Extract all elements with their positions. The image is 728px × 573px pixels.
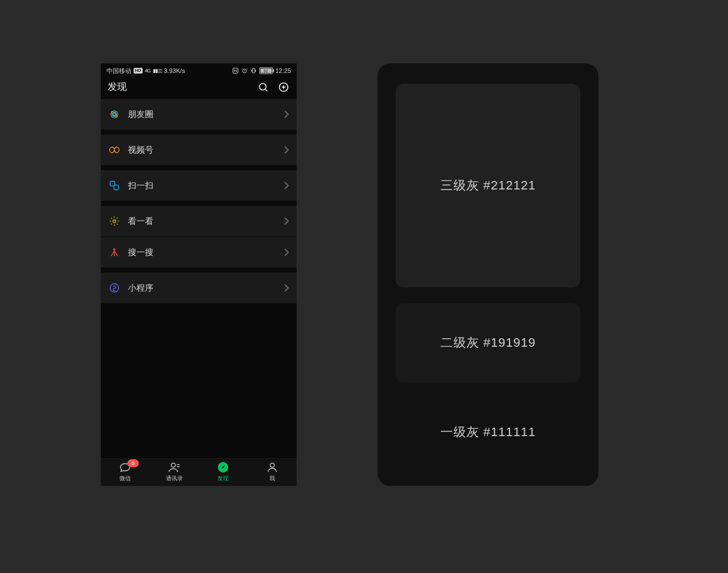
page-title: 发现 <box>108 80 127 93</box>
row-label: 视频号 <box>128 145 284 156</box>
swatch-label: 二级灰 #191919 <box>440 334 536 351</box>
svg-point-3 <box>259 83 266 90</box>
search-icon[interactable] <box>257 81 269 93</box>
svg-line-21 <box>111 223 112 225</box>
svg-line-4 <box>265 89 268 91</box>
row-miniprogram[interactable]: 小程序 <box>101 273 297 304</box>
row-channels[interactable]: 视频号 <box>101 135 297 166</box>
network-speed: 3.93K/s <box>164 67 185 74</box>
tab-label: 我 <box>269 475 275 482</box>
chevron-right-icon <box>284 217 289 225</box>
svg-point-23 <box>114 249 115 251</box>
plus-icon[interactable] <box>277 81 290 93</box>
chevron-right-icon <box>284 284 289 292</box>
chevron-right-icon <box>284 248 289 256</box>
swatch-card: 三级灰 #212121 二级灰 #191919 一级灰 #111111 <box>378 63 598 486</box>
row-search[interactable]: 搜一搜 <box>101 237 297 268</box>
swatch-gray-2: 二级灰 #191919 <box>396 303 580 382</box>
row-label: 搜一搜 <box>128 247 284 258</box>
chevron-right-icon <box>284 182 289 189</box>
alarm-icon <box>241 67 248 74</box>
me-icon <box>266 461 279 473</box>
svg-rect-2 <box>252 68 255 73</box>
row-top-stories[interactable]: 看一看 <box>101 206 297 237</box>
nav-bar: 发现 <box>101 77 297 99</box>
tab-label: 发现 <box>217 475 229 482</box>
tab-bar: 5 微信 通讯录 发现 我 <box>101 457 297 486</box>
sousou-icon <box>109 247 120 258</box>
row-moments[interactable]: 朋友圈 <box>101 99 297 130</box>
tab-me[interactable]: 我 <box>248 458 297 486</box>
contacts-icon <box>168 461 181 473</box>
svg-line-19 <box>111 218 112 219</box>
status-bar: 中国移动 HD 4G ▮▮▯▯ 3.93K/s 92 <box>101 63 297 77</box>
channels-icon <box>109 144 120 156</box>
swatch-label: 三级灰 #212121 <box>440 177 536 194</box>
chevron-right-icon <box>284 146 289 154</box>
svg-point-28 <box>171 463 175 467</box>
swatch-label: 一级灰 #111111 <box>440 424 536 441</box>
hd-badge: HD <box>134 68 143 74</box>
svg-line-24 <box>111 251 114 256</box>
svg-point-30 <box>270 463 274 467</box>
row-label: 看一看 <box>128 216 284 227</box>
carrier-label: 中国移动 <box>106 67 131 75</box>
phone-frame: 中国移动 HD 4G ▮▮▯▯ 3.93K/s 92 <box>101 63 297 486</box>
moments-icon <box>109 109 120 120</box>
row-label: 小程序 <box>128 283 284 294</box>
chat-badge: 5 <box>127 459 139 467</box>
row-label: 扫一扫 <box>128 180 284 191</box>
svg-line-25 <box>114 251 118 256</box>
swatch-gray-3: 三级灰 #212121 <box>396 84 580 287</box>
network-label: 4G <box>145 68 151 74</box>
row-label: 朋友圈 <box>128 109 284 120</box>
vibrate-icon <box>250 67 257 74</box>
swatch-gray-1: 一级灰 #111111 <box>396 398 580 466</box>
battery-percent: 92 <box>259 69 272 73</box>
svg-point-14 <box>113 220 116 223</box>
tab-label: 通讯录 <box>166 475 183 482</box>
svg-line-22 <box>117 218 118 219</box>
miniprogram-icon <box>109 282 120 294</box>
discover-list: 朋友圈 视频号 扫一扫 <box>101 99 297 304</box>
scan-icon <box>109 180 120 191</box>
topstories-icon <box>109 216 120 227</box>
tab-chat[interactable]: 5 微信 <box>101 458 150 486</box>
discover-icon <box>217 461 229 473</box>
svg-line-20 <box>117 223 118 225</box>
nfc-icon <box>232 67 239 74</box>
signal-bars-icon: ▮▮▯▯ <box>153 68 162 74</box>
chevron-right-icon <box>284 110 289 118</box>
tab-label: 微信 <box>119 475 131 482</box>
row-scan[interactable]: 扫一扫 <box>101 170 297 201</box>
battery-icon: 92 <box>259 67 273 74</box>
tab-discover[interactable]: 发现 <box>199 458 248 486</box>
tab-contacts[interactable]: 通讯录 <box>150 458 199 486</box>
clock-label: 12:25 <box>275 67 291 74</box>
